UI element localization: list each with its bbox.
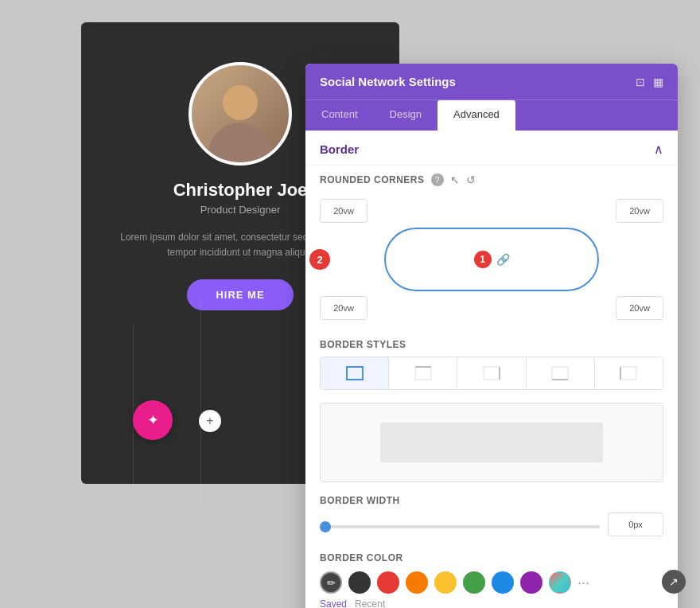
corner-grid: 2 1 🔗 (305, 194, 678, 331)
add-button[interactable]: + (199, 410, 221, 432)
bs-top-btn[interactable] (389, 357, 457, 389)
solid-border-icon (345, 364, 364, 383)
right-border-icon (482, 364, 501, 383)
help-icon[interactable]: ? (431, 173, 444, 186)
border-width-row: 0px (320, 513, 663, 536)
left-border-icon (619, 364, 638, 383)
corner-preview: 1 🔗 (384, 228, 599, 291)
bottom-right-input[interactable] (616, 296, 663, 320)
social-network-icon: ✦ (147, 411, 159, 429)
border-styles-label: Border Styles (320, 339, 663, 350)
border-color-section: Border Color ✏ ··· Saved Recent (305, 544, 678, 608)
color-blue[interactable] (492, 571, 514, 594)
bs-bottom-btn[interactable] (527, 357, 595, 389)
color-gradient[interactable] (549, 571, 571, 594)
border-width-section: Border Width 0px (305, 487, 678, 544)
bs-right-btn[interactable] (457, 357, 526, 389)
border-width-label: Border Width (320, 495, 663, 506)
color-swatches: ✏ ··· (320, 571, 663, 594)
saved-recent-row: Saved Recent (320, 598, 663, 608)
saved-btn[interactable]: Saved (320, 598, 347, 608)
bs-solid-btn[interactable] (321, 357, 389, 389)
panel-header-icons: ⊡ ▦ (636, 76, 663, 88)
border-section-header: Border ∧ (305, 131, 678, 166)
color-black[interactable] (348, 571, 371, 594)
panel-title: Social Network Settings (320, 75, 456, 88)
border-color-label: Border Color (320, 552, 663, 563)
svg-rect-2 (415, 367, 431, 380)
badge-one: 1 (474, 251, 492, 268)
cursor-icon[interactable]: ↖ (450, 173, 460, 186)
responsive-icon[interactable]: ⊡ (636, 76, 645, 88)
link-icon[interactable]: 🔗 (496, 253, 510, 266)
corner-top-row: 2 (320, 199, 663, 223)
preview-inner (380, 423, 603, 462)
badge-two: 2 (309, 249, 330, 270)
settings-panel: Social Network Settings ⊡ ▦ Content Desi… (305, 64, 678, 608)
avatar-image (192, 65, 289, 162)
recent-btn[interactable]: Recent (355, 598, 385, 608)
top-left-input[interactable] (320, 199, 368, 223)
border-section-title: Border (320, 142, 359, 156)
bottom-left-input[interactable] (320, 296, 368, 320)
border-style-row (320, 357, 663, 390)
svg-rect-8 (620, 367, 636, 380)
rounded-corners-row: Rounded Corners ? ↖ ↺ (305, 166, 678, 194)
bs-left-btn[interactable] (595, 357, 663, 389)
tab-content[interactable]: Content (305, 100, 374, 131)
reset-icon[interactable]: ↺ (466, 173, 476, 186)
svg-rect-0 (347, 367, 363, 380)
svg-rect-4 (484, 367, 500, 380)
panel-tabs: Content Design Advanced (305, 99, 678, 131)
top-border-icon (414, 364, 433, 383)
plus-icon: + (206, 414, 213, 428)
panel-header: Social Network Settings ⊡ ▦ (305, 64, 678, 99)
layout-icon[interactable]: ▦ (653, 76, 663, 88)
hire-button[interactable]: HIRE ME (187, 279, 293, 310)
rounded-corners-label: Rounded Corners (320, 174, 425, 185)
profile-name: Christopher Joe (173, 180, 308, 201)
color-purple[interactable] (520, 571, 542, 594)
profile-title: Product Designer (200, 204, 280, 216)
border-width-slider-wrap (320, 517, 600, 532)
corner-bottom-row (320, 296, 663, 320)
corner-inputs: 2 1 🔗 (320, 199, 663, 320)
tab-advanced[interactable]: Advanced (438, 100, 515, 131)
panel-body: Border ∧ Rounded Corners ? ↖ ↺ 2 (305, 131, 678, 608)
color-orange[interactable] (406, 571, 428, 594)
color-red[interactable] (377, 571, 399, 594)
avatar (189, 62, 292, 166)
border-styles-section: Border Styles (305, 331, 678, 398)
color-picker-btn[interactable]: ✏ (320, 571, 342, 594)
social-icon-button[interactable]: ✦ (133, 400, 173, 440)
svg-rect-6 (552, 367, 568, 380)
border-width-value: 0px (608, 513, 663, 536)
arrow-icon: ↗ (669, 575, 679, 588)
section-collapse-icon[interactable]: ∧ (654, 142, 663, 157)
preview-area (320, 403, 663, 482)
bottom-border-icon (550, 364, 570, 383)
tab-design[interactable]: Design (374, 100, 438, 131)
border-width-slider[interactable] (320, 525, 600, 528)
top-right-input[interactable] (616, 199, 663, 223)
color-green[interactable] (463, 571, 485, 594)
more-colors-btn[interactable]: ··· (578, 575, 589, 591)
color-yellow[interactable] (434, 571, 457, 594)
navigation-icon[interactable]: ↗ (662, 570, 686, 594)
